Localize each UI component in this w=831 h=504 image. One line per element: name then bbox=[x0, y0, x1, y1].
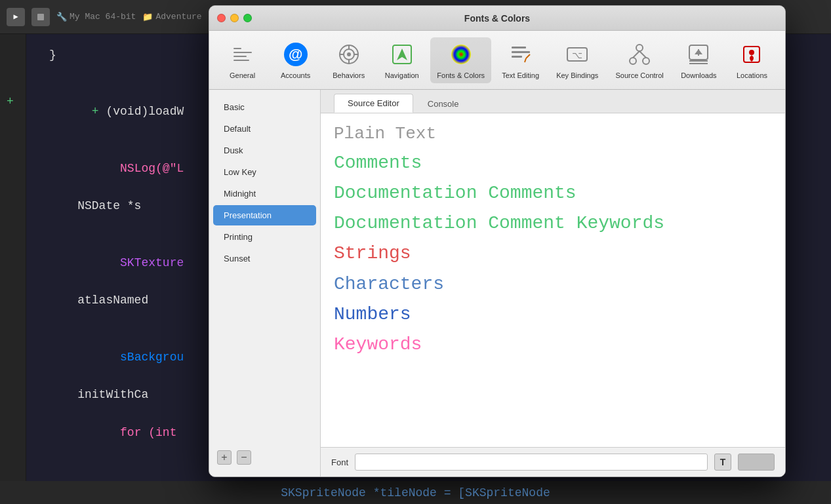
svg-point-22 bbox=[630, 58, 636, 64]
window-titlebar: Fonts & Colors bbox=[209, 6, 785, 31]
text-editing-icon bbox=[508, 41, 534, 68]
behaviors-icon bbox=[336, 41, 362, 68]
toolbar-item-locations[interactable]: Locations bbox=[727, 37, 777, 83]
traffic-lights bbox=[217, 14, 252, 22]
sidebar-actions: + − bbox=[209, 445, 320, 470]
theme-color-list[interactable]: Plain Text Comments Documentation Commen… bbox=[321, 113, 785, 447]
sidebar-item-sunset[interactable]: Sunset bbox=[213, 248, 316, 269]
doc-comments-entry[interactable]: Documentation Comments bbox=[334, 178, 772, 208]
sidebar-item-presentation[interactable]: Presentation bbox=[213, 205, 316, 225]
toolbar-item-downloads[interactable]: Downloads bbox=[674, 37, 723, 83]
font-color-button[interactable] bbox=[738, 454, 775, 471]
bg-play-button[interactable]: ▶ bbox=[7, 8, 25, 26]
svg-rect-16 bbox=[512, 56, 522, 58]
text-editing-label: Text Editing bbox=[502, 71, 539, 79]
downloads-label: Downloads bbox=[681, 71, 716, 79]
tab-console[interactable]: Console bbox=[415, 95, 472, 113]
svg-line-25 bbox=[639, 51, 646, 58]
sidebar-item-low-key[interactable]: Low Key bbox=[213, 162, 316, 182]
toolbar-item-general[interactable]: General bbox=[218, 37, 267, 83]
characters-entry[interactable]: Characters bbox=[334, 269, 772, 300]
accounts-icon: @ bbox=[283, 41, 309, 68]
locations-icon bbox=[739, 41, 765, 68]
toolbar-item-accounts[interactable]: @ Accounts bbox=[271, 37, 320, 83]
bg-bottom-bar: SKSpriteNode *tileNode = [SKSpriteNode bbox=[0, 481, 831, 504]
toolbar-item-source-control[interactable]: Source Control bbox=[609, 37, 670, 83]
fonts-colors-label: Fonts & Colors bbox=[437, 71, 485, 79]
toolbar-item-fonts-colors[interactable]: Fonts & Colors bbox=[430, 37, 491, 83]
sidebar-item-printing[interactable]: Printing bbox=[213, 227, 316, 247]
minimize-button[interactable] bbox=[230, 14, 239, 22]
svg-point-32 bbox=[749, 50, 754, 55]
svg-rect-2 bbox=[233, 56, 247, 57]
themes-sidebar: Basic Default Dusk Low Key Midnight Pres… bbox=[209, 90, 321, 476]
bg-bottom-code: SKSpriteNode *tileNode = [SKSpriteNode bbox=[281, 486, 550, 499]
plain-text-entry[interactable]: Plain Text bbox=[334, 120, 772, 148]
xcode-icon: 🔧 bbox=[56, 12, 67, 22]
content-area: Basic Default Dusk Low Key Midnight Pres… bbox=[209, 90, 785, 476]
remove-theme-button[interactable]: − bbox=[237, 450, 251, 465]
svg-text:⌥: ⌥ bbox=[572, 50, 582, 60]
toolbar: General @ Accounts Behavior bbox=[209, 31, 785, 90]
keywords-entry[interactable]: Keywords bbox=[334, 330, 772, 360]
strings-entry[interactable]: Strings bbox=[334, 239, 772, 269]
sidebar-item-default[interactable]: Default bbox=[213, 119, 316, 139]
fonts-colors-icon bbox=[448, 41, 474, 68]
tab-source-editor[interactable]: Source Editor bbox=[334, 94, 413, 113]
sidebar-item-dusk[interactable]: Dusk bbox=[213, 140, 316, 161]
svg-line-18 bbox=[525, 58, 526, 62]
behaviors-label: Behaviors bbox=[333, 71, 365, 79]
svg-line-24 bbox=[633, 51, 639, 58]
font-bar: Font T bbox=[321, 447, 785, 476]
bg-stop-button[interactable] bbox=[31, 8, 50, 26]
numbers-entry[interactable]: Numbers bbox=[334, 300, 772, 330]
svg-rect-14 bbox=[512, 47, 526, 48]
locations-label: Locations bbox=[737, 71, 767, 79]
toolbar-item-behaviors[interactable]: Behaviors bbox=[324, 37, 373, 83]
general-label: General bbox=[230, 71, 255, 79]
comments-entry[interactable]: Comments bbox=[334, 148, 772, 178]
font-input[interactable] bbox=[355, 454, 708, 471]
main-panel: Source Editor Console Plain Text Comment… bbox=[321, 90, 785, 476]
svg-marker-12 bbox=[397, 48, 407, 60]
svg-point-21 bbox=[636, 45, 643, 51]
downloads-icon bbox=[685, 41, 712, 68]
font-type-button[interactable]: T bbox=[714, 454, 731, 471]
target-label: My Mac 64-bit bbox=[70, 12, 136, 22]
svg-rect-15 bbox=[512, 51, 530, 53]
add-theme-button[interactable]: + bbox=[217, 450, 232, 465]
key-bindings-label: Key Bindings bbox=[556, 71, 598, 79]
font-label: Font bbox=[331, 457, 348, 467]
toolbar-item-navigation[interactable]: Navigation bbox=[377, 37, 426, 83]
bg-breadcrumb: 🔧 My Mac 64-bit bbox=[56, 12, 136, 22]
tab-bar: Source Editor Console bbox=[321, 90, 785, 113]
window-title: Fonts & Colors bbox=[464, 13, 530, 24]
key-bindings-icon: ⌥ bbox=[564, 41, 590, 68]
preferences-window: Fonts & Colors General @ Accounts bbox=[209, 5, 786, 477]
bg-plus-indicator: + bbox=[7, 95, 14, 108]
project-breadcrumb: Adventure › bbox=[155, 12, 212, 22]
accounts-label: Accounts bbox=[281, 71, 310, 79]
toolbar-item-key-bindings[interactable]: ⌥ Key Bindings bbox=[550, 37, 605, 83]
maximize-button[interactable] bbox=[243, 14, 252, 22]
svg-rect-1 bbox=[233, 52, 252, 53]
svg-rect-3 bbox=[233, 60, 249, 61]
sidebar-item-basic[interactable]: Basic bbox=[213, 97, 316, 117]
svg-point-6 bbox=[347, 52, 351, 56]
svg-rect-0 bbox=[233, 48, 241, 49]
navigation-label: Navigation bbox=[385, 71, 419, 79]
svg-point-13 bbox=[451, 45, 471, 64]
sidebar-item-midnight[interactable]: Midnight bbox=[213, 184, 316, 204]
source-control-icon bbox=[626, 41, 653, 68]
doc-comment-keywords-entry[interactable]: Documentation Comment Keywords bbox=[334, 208, 772, 239]
toolbar-item-text-editing[interactable]: Text Editing bbox=[495, 37, 546, 83]
general-icon bbox=[230, 41, 256, 68]
navigation-icon bbox=[389, 41, 415, 68]
svg-line-17 bbox=[526, 54, 530, 58]
svg-point-23 bbox=[643, 58, 649, 64]
close-button[interactable] bbox=[217, 14, 226, 22]
source-control-label: Source Control bbox=[615, 71, 663, 79]
prefs-bottom-bar: Background Selection Cursor Invisibles bbox=[209, 476, 785, 477]
